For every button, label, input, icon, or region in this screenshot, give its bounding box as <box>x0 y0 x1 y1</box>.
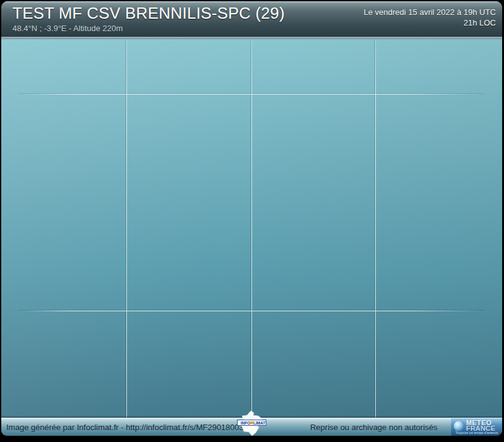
meteo-france-logo: METEO FRANCE Toujours un temps d'avance <box>451 418 502 436</box>
meteo-france-wordmark: METEO FRANCE <box>466 420 495 431</box>
grid-line-vertical <box>251 39 252 418</box>
datetime-block: Le vendredi 15 avril 2022 à 19h UTC 21h … <box>364 1 502 28</box>
title-block: TEST MF CSV BRENNILIS-SPC (29) 48.4°N ; … <box>1 1 285 33</box>
meteo-france-globe-icon <box>454 421 464 431</box>
footer-credit: Image générée par Infoclimat.fr - http:/… <box>6 423 244 432</box>
footer-notice: Reprise ou archivage non autorisés <box>310 423 437 432</box>
chart-area <box>1 39 502 418</box>
grid-line-horizontal <box>19 94 485 95</box>
infoclimat-text-left: INFO <box>241 421 251 425</box>
weather-image-card: TEST MF CSV BRENNILIS-SPC (29) 48.4°N ; … <box>1 1 502 436</box>
grid-line-vertical <box>126 39 127 418</box>
station-coordinates: 48.4°N ; -3.9°E - Altitude 220m <box>12 24 285 33</box>
grid-line-vertical <box>375 39 376 418</box>
page-title: TEST MF CSV BRENNILIS-SPC (29) <box>12 4 285 22</box>
datetime-utc: Le vendredi 15 avril 2022 à 19h UTC <box>364 7 496 17</box>
infoclimat-logo: INFO LIMAT <box>237 410 266 436</box>
grid-line-horizontal <box>19 311 485 311</box>
infoclimat-text-right: LIMAT <box>253 421 266 425</box>
meteo-france-tagline: Toujours un temps d'avance <box>453 431 500 435</box>
header: TEST MF CSV BRENNILIS-SPC (29) 48.4°N ; … <box>1 1 502 37</box>
datetime-local: 21h LOC <box>364 17 496 28</box>
